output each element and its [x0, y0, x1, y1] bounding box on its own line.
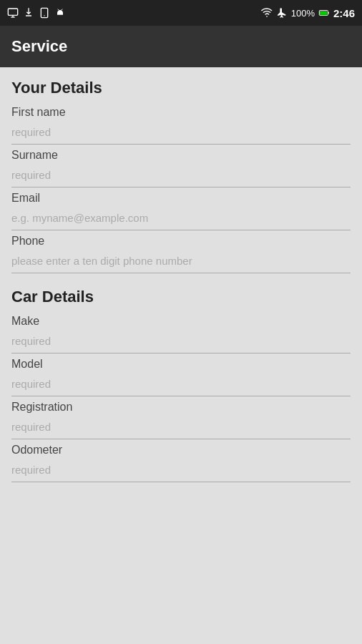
status-time: 2:46: [333, 7, 355, 19]
car-details-section: Car Details Make Model Registration Odom…: [11, 288, 351, 482]
status-icons-right: 100% 2:46: [261, 7, 355, 19]
usb-icon: [23, 7, 34, 19]
registration-group: Registration: [11, 401, 351, 439]
first-name-label: First name: [11, 106, 351, 119]
svg-rect-8: [320, 11, 327, 14]
odometer-label: Odometer: [11, 444, 351, 457]
battery-text: 100%: [291, 8, 315, 19]
phone-input[interactable]: [11, 250, 351, 273]
email-label: Email: [11, 192, 351, 205]
battery-icon: [318, 7, 330, 19]
svg-point-4: [44, 15, 44, 16]
email-group: Email: [11, 192, 351, 230]
svg-rect-9: [328, 12, 328, 14]
svg-line-5: [58, 9, 59, 10]
surname-input[interactable]: [11, 165, 351, 187]
tablet-icon: [39, 7, 50, 19]
make-input[interactable]: [11, 331, 351, 353]
model-label: Model: [11, 358, 351, 371]
make-group: Make: [11, 315, 351, 353]
car-details-title: Car Details: [11, 288, 351, 306]
svg-rect-3: [41, 8, 47, 17]
your-details-section: Your Details First name Surname Email Ph…: [11, 79, 351, 273]
svg-line-6: [62, 9, 62, 10]
make-label: Make: [11, 315, 351, 328]
registration-label: Registration: [11, 401, 351, 414]
odometer-group: Odometer: [11, 444, 351, 482]
wifi-icon: [261, 7, 273, 19]
your-details-title: Your Details: [11, 79, 351, 97]
model-input[interactable]: [11, 374, 351, 396]
email-input[interactable]: [11, 208, 351, 230]
registration-input[interactable]: [11, 416, 351, 439]
model-group: Model: [11, 358, 351, 396]
airplane-icon: [276, 7, 288, 19]
phone-group: Phone: [11, 235, 351, 273]
surname-label: Surname: [11, 149, 351, 162]
first-name-input[interactable]: [11, 122, 351, 145]
android-icon: [54, 7, 66, 19]
app-bar-title: Service: [11, 37, 67, 56]
status-icons-left: [7, 7, 66, 19]
odometer-input[interactable]: [11, 459, 351, 482]
status-bar: 100% 2:46: [0, 0, 362, 26]
surname-group: Surname: [11, 149, 351, 187]
first-name-group: First name: [11, 106, 351, 145]
app-bar: Service: [0, 26, 362, 67]
content-area: Your Details First name Surname Email Ph…: [0, 67, 362, 644]
monitor-icon: [7, 7, 19, 19]
svg-rect-0: [8, 9, 17, 15]
phone-label: Phone: [11, 235, 351, 248]
